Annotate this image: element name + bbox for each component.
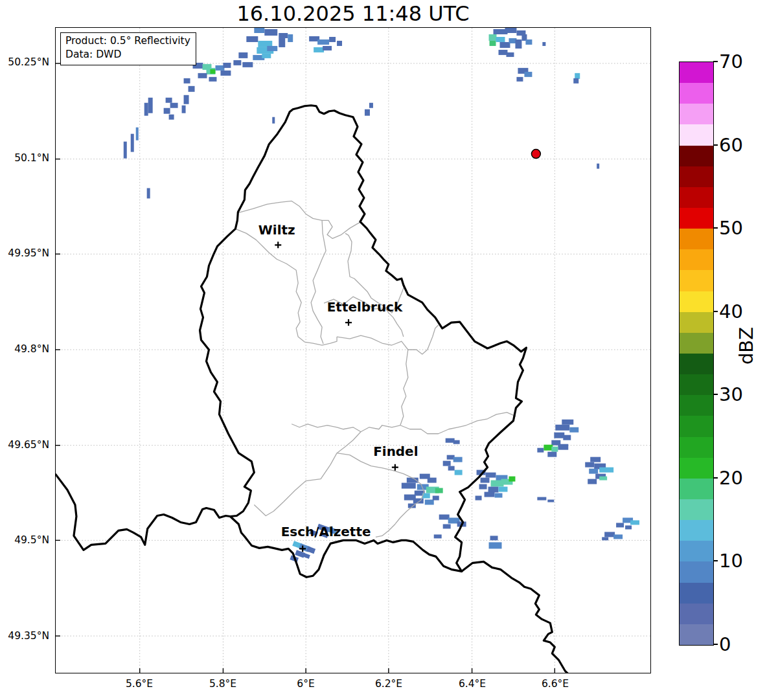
- radar-echo-cell: [215, 65, 224, 71]
- radar-echo-cell: [428, 478, 437, 483]
- radar-echo-cell: [585, 462, 594, 468]
- longitude-tick-label: 6.2°E: [360, 679, 418, 690]
- radar-echo-cell: [499, 487, 508, 492]
- colorbar-segment: [680, 354, 713, 374]
- radar-echo-cell: [506, 52, 514, 57]
- radar-echo-cell: [542, 42, 545, 46]
- colorbar-segment: [680, 333, 713, 354]
- radar-echo-cell: [279, 33, 288, 38]
- colorbar-segment: [680, 166, 713, 187]
- radar-echo-cell: [272, 117, 275, 124]
- radar-echo-cell: [505, 28, 516, 33]
- radar-echo-cell: [525, 40, 532, 45]
- radar-echo-cell: [198, 73, 207, 78]
- radar-echo-cell: [166, 98, 172, 103]
- radar-echo-cell: [136, 128, 139, 141]
- country-border: [462, 561, 568, 673]
- latitude-tick-label: 49.95°N: [0, 249, 49, 259]
- colorbar-segment: [680, 312, 713, 333]
- radar-echo-cell: [233, 60, 241, 65]
- colorbar-tick-label: 30: [719, 385, 743, 404]
- radar-echo-cell: [262, 54, 271, 58]
- radar-echo-cell: [317, 40, 329, 45]
- radar-echo-cell: [144, 103, 148, 116]
- map-plot-area: WiltzEttelbruckFindelEsch/Alzette Produc…: [55, 27, 651, 673]
- radar-echo-cell: [590, 457, 601, 462]
- radar-echo-cell: [425, 500, 434, 505]
- radar-echo-cell: [443, 524, 451, 528]
- colorbar-tick-label: 20: [719, 469, 743, 488]
- radar-echo-cell: [446, 438, 455, 443]
- city-marker-icon: [275, 242, 281, 248]
- radar-echo-cell: [616, 523, 624, 527]
- radar-echo-cell: [182, 106, 186, 113]
- radar-echo-cell: [485, 492, 495, 497]
- district-border: [400, 350, 408, 425]
- city-marker-icon: [345, 319, 352, 326]
- radar-echo-cell: [499, 50, 508, 55]
- radar-echo-cell: [555, 425, 569, 431]
- radar-echo-cell: [210, 69, 215, 74]
- colorbar-segment: [680, 561, 713, 582]
- radar-echo-cell: [500, 42, 510, 48]
- colorbar-segment: [680, 374, 713, 395]
- city-label: Findel: [373, 444, 418, 459]
- colorbar-segment: [680, 146, 713, 166]
- radar-echo-cell: [625, 525, 632, 529]
- radar-echo-cell: [537, 448, 544, 453]
- colorbar-segment: [680, 520, 713, 541]
- longitude-tick-label: 6.6°E: [526, 679, 584, 690]
- radar-echo-cell: [489, 34, 497, 41]
- radar-echo-cell: [597, 164, 599, 169]
- district-border: [400, 412, 516, 434]
- radar-echo-cell: [246, 36, 258, 42]
- radar-echo-cell: [475, 496, 482, 501]
- colorbar-segment: [680, 187, 713, 208]
- city-marker-icon: [392, 464, 398, 471]
- colorbar-tickmark: [713, 644, 718, 645]
- colorbar-segment: [680, 458, 713, 479]
- radar-echo-cell: [599, 477, 607, 480]
- radar-echo-cell: [124, 142, 127, 159]
- latitude-tick-label: 49.5°N: [0, 536, 49, 546]
- latitude-tick-label: 49.8°N: [0, 344, 49, 355]
- radar-echo-cell: [599, 468, 613, 473]
- radar-echo-cell: [563, 435, 571, 440]
- radar-echo-cell: [488, 487, 499, 493]
- colorbar-segment: [680, 208, 713, 229]
- latitude-tick-label: 50.25°N: [0, 58, 49, 68]
- radar-echo-cell: [337, 41, 342, 46]
- colorbar-tickmark: [713, 61, 718, 62]
- radar-echo-cell: [147, 188, 150, 199]
- longitude-tick-label: 6.4°E: [443, 679, 501, 690]
- radar-echo-cell: [455, 470, 463, 475]
- colorbar-unit-label: dBZ: [735, 317, 757, 375]
- latitude-tick-label: 49.35°N: [0, 631, 49, 642]
- radar-echo-cell: [589, 469, 598, 474]
- radar-echo-cell: [604, 532, 615, 537]
- radar-echo-cell: [223, 63, 231, 68]
- radar-echo-cell: [264, 29, 277, 36]
- radar-echo-cell: [369, 103, 373, 108]
- colorbar-tickmark: [713, 560, 718, 561]
- country-border: [56, 475, 230, 550]
- colorbar-segment: [680, 437, 713, 458]
- radar-echo-cell: [238, 52, 247, 58]
- radar-echo-cell: [242, 62, 253, 67]
- radar-echo-cell: [544, 445, 553, 451]
- radar-echo-cell: [184, 78, 190, 84]
- colorbar-segment: [680, 604, 713, 624]
- colorbar-segment: [680, 83, 713, 104]
- radar-echo-cell: [443, 461, 451, 466]
- radar-echo-cell: [148, 98, 153, 113]
- colorbar-tick-label: 60: [719, 136, 743, 155]
- radar-echo-cell: [524, 72, 532, 77]
- radar-echo-cell: [537, 497, 546, 501]
- radar-echo-cell: [323, 46, 332, 51]
- colorbar-tickmark: [713, 144, 718, 146]
- radar-echo-cell: [435, 488, 443, 493]
- radar-echo-cell: [267, 46, 277, 51]
- radar-echo-cell: [516, 77, 523, 82]
- colorbar-segment: [680, 270, 713, 291]
- city-label: Esch/Alzette: [281, 524, 371, 539]
